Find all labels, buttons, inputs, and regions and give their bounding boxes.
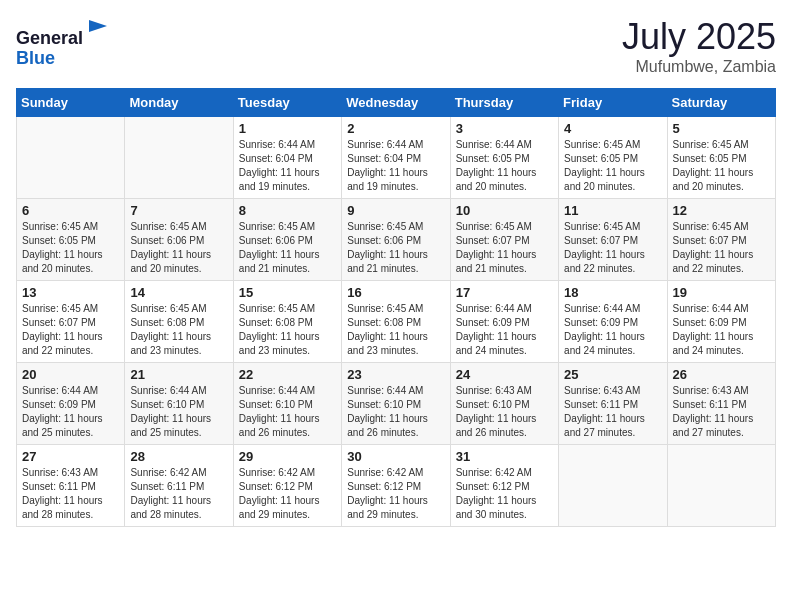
- calendar-cell: 9Sunrise: 6:45 AM Sunset: 6:06 PM Daylig…: [342, 199, 450, 281]
- calendar-cell: 8Sunrise: 6:45 AM Sunset: 6:06 PM Daylig…: [233, 199, 341, 281]
- day-info: Sunrise: 6:44 AM Sunset: 6:10 PM Dayligh…: [347, 384, 444, 440]
- day-number: 7: [130, 203, 227, 218]
- calendar-cell: 25Sunrise: 6:43 AM Sunset: 6:11 PM Dayli…: [559, 363, 667, 445]
- calendar-cell: 10Sunrise: 6:45 AM Sunset: 6:07 PM Dayli…: [450, 199, 558, 281]
- calendar-cell: 7Sunrise: 6:45 AM Sunset: 6:06 PM Daylig…: [125, 199, 233, 281]
- day-info: Sunrise: 6:44 AM Sunset: 6:09 PM Dayligh…: [22, 384, 119, 440]
- calendar-week-row: 1Sunrise: 6:44 AM Sunset: 6:04 PM Daylig…: [17, 117, 776, 199]
- calendar-cell: [17, 117, 125, 199]
- day-number: 29: [239, 449, 336, 464]
- svg-marker-0: [89, 20, 107, 32]
- calendar-cell: [667, 445, 775, 527]
- day-info: Sunrise: 6:42 AM Sunset: 6:12 PM Dayligh…: [239, 466, 336, 522]
- day-info: Sunrise: 6:43 AM Sunset: 6:11 PM Dayligh…: [673, 384, 770, 440]
- logo-flag-icon: [85, 16, 113, 44]
- day-number: 18: [564, 285, 661, 300]
- day-number: 12: [673, 203, 770, 218]
- calendar-cell: 24Sunrise: 6:43 AM Sunset: 6:10 PM Dayli…: [450, 363, 558, 445]
- calendar-cell: 5Sunrise: 6:45 AM Sunset: 6:05 PM Daylig…: [667, 117, 775, 199]
- calendar-cell: 31Sunrise: 6:42 AM Sunset: 6:12 PM Dayli…: [450, 445, 558, 527]
- day-number: 13: [22, 285, 119, 300]
- calendar-cell: 27Sunrise: 6:43 AM Sunset: 6:11 PM Dayli…: [17, 445, 125, 527]
- calendar-cell: 23Sunrise: 6:44 AM Sunset: 6:10 PM Dayli…: [342, 363, 450, 445]
- title-block: July 2025 Mufumbwe, Zambia: [622, 16, 776, 76]
- calendar-cell: 20Sunrise: 6:44 AM Sunset: 6:09 PM Dayli…: [17, 363, 125, 445]
- day-info: Sunrise: 6:43 AM Sunset: 6:10 PM Dayligh…: [456, 384, 553, 440]
- day-number: 26: [673, 367, 770, 382]
- day-info: Sunrise: 6:44 AM Sunset: 6:04 PM Dayligh…: [347, 138, 444, 194]
- calendar-cell: [559, 445, 667, 527]
- calendar-cell: 30Sunrise: 6:42 AM Sunset: 6:12 PM Dayli…: [342, 445, 450, 527]
- day-info: Sunrise: 6:42 AM Sunset: 6:12 PM Dayligh…: [347, 466, 444, 522]
- calendar-cell: 2Sunrise: 6:44 AM Sunset: 6:04 PM Daylig…: [342, 117, 450, 199]
- day-info: Sunrise: 6:45 AM Sunset: 6:06 PM Dayligh…: [347, 220, 444, 276]
- day-number: 2: [347, 121, 444, 136]
- month-year-title: July 2025: [622, 16, 776, 58]
- day-number: 27: [22, 449, 119, 464]
- calendar-cell: 14Sunrise: 6:45 AM Sunset: 6:08 PM Dayli…: [125, 281, 233, 363]
- day-number: 23: [347, 367, 444, 382]
- location-subtitle: Mufumbwe, Zambia: [622, 58, 776, 76]
- day-info: Sunrise: 6:45 AM Sunset: 6:05 PM Dayligh…: [564, 138, 661, 194]
- day-info: Sunrise: 6:45 AM Sunset: 6:07 PM Dayligh…: [673, 220, 770, 276]
- day-number: 31: [456, 449, 553, 464]
- day-number: 20: [22, 367, 119, 382]
- calendar-header-row: SundayMondayTuesdayWednesdayThursdayFrid…: [17, 89, 776, 117]
- day-info: Sunrise: 6:44 AM Sunset: 6:09 PM Dayligh…: [673, 302, 770, 358]
- day-info: Sunrise: 6:45 AM Sunset: 6:07 PM Dayligh…: [456, 220, 553, 276]
- calendar-cell: 12Sunrise: 6:45 AM Sunset: 6:07 PM Dayli…: [667, 199, 775, 281]
- calendar-cell: 16Sunrise: 6:45 AM Sunset: 6:08 PM Dayli…: [342, 281, 450, 363]
- day-info: Sunrise: 6:44 AM Sunset: 6:10 PM Dayligh…: [239, 384, 336, 440]
- calendar-col-header-tuesday: Tuesday: [233, 89, 341, 117]
- calendar-col-header-wednesday: Wednesday: [342, 89, 450, 117]
- calendar-week-row: 6Sunrise: 6:45 AM Sunset: 6:05 PM Daylig…: [17, 199, 776, 281]
- calendar-col-header-sunday: Sunday: [17, 89, 125, 117]
- calendar-cell: 4Sunrise: 6:45 AM Sunset: 6:05 PM Daylig…: [559, 117, 667, 199]
- day-info: Sunrise: 6:45 AM Sunset: 6:08 PM Dayligh…: [347, 302, 444, 358]
- day-number: 28: [130, 449, 227, 464]
- day-info: Sunrise: 6:45 AM Sunset: 6:06 PM Dayligh…: [239, 220, 336, 276]
- day-number: 19: [673, 285, 770, 300]
- day-number: 24: [456, 367, 553, 382]
- day-number: 1: [239, 121, 336, 136]
- day-number: 17: [456, 285, 553, 300]
- calendar-cell: 26Sunrise: 6:43 AM Sunset: 6:11 PM Dayli…: [667, 363, 775, 445]
- day-number: 4: [564, 121, 661, 136]
- day-number: 6: [22, 203, 119, 218]
- day-info: Sunrise: 6:45 AM Sunset: 6:07 PM Dayligh…: [564, 220, 661, 276]
- calendar-week-row: 27Sunrise: 6:43 AM Sunset: 6:11 PM Dayli…: [17, 445, 776, 527]
- calendar-cell: 29Sunrise: 6:42 AM Sunset: 6:12 PM Dayli…: [233, 445, 341, 527]
- day-number: 16: [347, 285, 444, 300]
- calendar-cell: 18Sunrise: 6:44 AM Sunset: 6:09 PM Dayli…: [559, 281, 667, 363]
- calendar-cell: [125, 117, 233, 199]
- logo-blue-text: Blue: [16, 48, 55, 68]
- day-info: Sunrise: 6:45 AM Sunset: 6:08 PM Dayligh…: [130, 302, 227, 358]
- day-info: Sunrise: 6:44 AM Sunset: 6:09 PM Dayligh…: [564, 302, 661, 358]
- calendar-cell: 13Sunrise: 6:45 AM Sunset: 6:07 PM Dayli…: [17, 281, 125, 363]
- day-info: Sunrise: 6:44 AM Sunset: 6:05 PM Dayligh…: [456, 138, 553, 194]
- calendar-col-header-friday: Friday: [559, 89, 667, 117]
- day-info: Sunrise: 6:43 AM Sunset: 6:11 PM Dayligh…: [22, 466, 119, 522]
- calendar-col-header-thursday: Thursday: [450, 89, 558, 117]
- calendar-col-header-saturday: Saturday: [667, 89, 775, 117]
- calendar-table: SundayMondayTuesdayWednesdayThursdayFrid…: [16, 88, 776, 527]
- day-info: Sunrise: 6:45 AM Sunset: 6:05 PM Dayligh…: [22, 220, 119, 276]
- day-info: Sunrise: 6:44 AM Sunset: 6:04 PM Dayligh…: [239, 138, 336, 194]
- calendar-cell: 3Sunrise: 6:44 AM Sunset: 6:05 PM Daylig…: [450, 117, 558, 199]
- calendar-week-row: 13Sunrise: 6:45 AM Sunset: 6:07 PM Dayli…: [17, 281, 776, 363]
- day-number: 5: [673, 121, 770, 136]
- day-info: Sunrise: 6:45 AM Sunset: 6:07 PM Dayligh…: [22, 302, 119, 358]
- day-info: Sunrise: 6:45 AM Sunset: 6:05 PM Dayligh…: [673, 138, 770, 194]
- day-number: 25: [564, 367, 661, 382]
- calendar-cell: 17Sunrise: 6:44 AM Sunset: 6:09 PM Dayli…: [450, 281, 558, 363]
- day-number: 3: [456, 121, 553, 136]
- day-number: 8: [239, 203, 336, 218]
- day-info: Sunrise: 6:42 AM Sunset: 6:11 PM Dayligh…: [130, 466, 227, 522]
- calendar-cell: 6Sunrise: 6:45 AM Sunset: 6:05 PM Daylig…: [17, 199, 125, 281]
- calendar-cell: 28Sunrise: 6:42 AM Sunset: 6:11 PM Dayli…: [125, 445, 233, 527]
- day-number: 30: [347, 449, 444, 464]
- calendar-cell: 19Sunrise: 6:44 AM Sunset: 6:09 PM Dayli…: [667, 281, 775, 363]
- day-number: 14: [130, 285, 227, 300]
- day-number: 11: [564, 203, 661, 218]
- day-info: Sunrise: 6:44 AM Sunset: 6:10 PM Dayligh…: [130, 384, 227, 440]
